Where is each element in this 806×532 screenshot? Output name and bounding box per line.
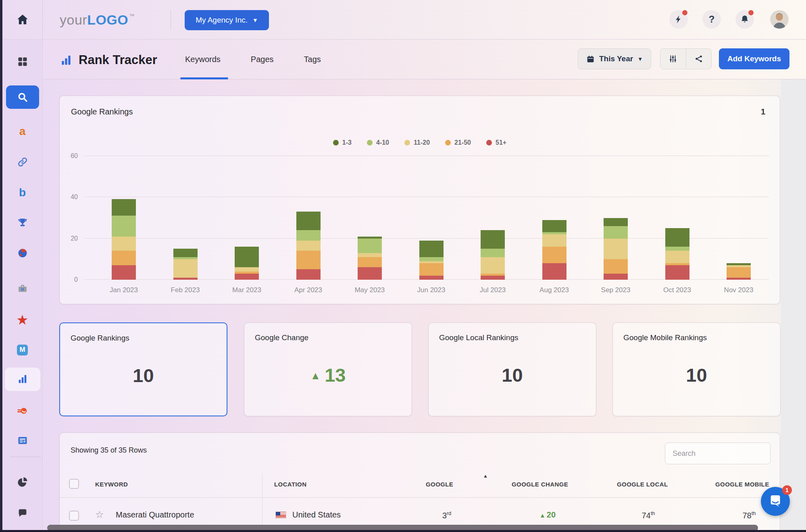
- user-avatar[interactable]: [770, 10, 789, 29]
- bar-segment-21-50: [665, 263, 689, 265]
- filter-settings-button[interactable]: [660, 49, 686, 69]
- active-tab-indicator: [180, 77, 228, 79]
- tab-keywords[interactable]: Keywords: [183, 55, 222, 64]
- bar-may-2023[interactable]: May 2023: [358, 156, 382, 280]
- legend-label: 1-3: [342, 139, 352, 146]
- sidebar-item-toolbox[interactable]: [14, 280, 31, 297]
- stat-card-title: Google Local Rankings: [439, 333, 518, 342]
- search-input[interactable]: [665, 443, 771, 464]
- column-header-keyword[interactable]: KEYWORD: [95, 481, 128, 488]
- home-button[interactable]: [2, 0, 43, 39]
- x-axis-label: Jun 2023: [417, 286, 446, 294]
- stat-card-google-local-rankings[interactable]: Google Local Rankings 10: [428, 322, 596, 416]
- sidebar-item-rank-tracker[interactable]: [5, 368, 40, 391]
- bar-segment-1-3: [727, 263, 751, 265]
- sidebar-item-semrush-tool[interactable]: [14, 402, 31, 420]
- row-checkbox[interactable]: [69, 511, 79, 521]
- bar-segment-1-3: [604, 218, 628, 226]
- sidebar-item-backlinks[interactable]: [14, 153, 31, 171]
- sidebar-item-dashboard[interactable]: [14, 53, 31, 71]
- bar-stack: [481, 230, 505, 280]
- bar-segment-51+: [358, 267, 382, 280]
- page-title: Rank Tracker: [79, 53, 157, 67]
- agency-dropdown[interactable]: My Agency Inc. ▼: [185, 10, 269, 30]
- notifications-button[interactable]: [735, 10, 754, 29]
- question-icon: ?: [709, 15, 715, 24]
- sidebar-item-web[interactable]: [14, 244, 31, 262]
- tab-tags[interactable]: Tags: [302, 55, 323, 64]
- column-header-google-local[interactable]: GOOGLE LOCAL: [617, 481, 668, 488]
- up-arrow-icon: ▲: [539, 512, 546, 519]
- bar-sep-2023[interactable]: Sep 2023: [604, 156, 628, 280]
- bars-row: Jan 2023Feb 2023Mar 2023Apr 2023May 2023…: [84, 156, 769, 280]
- sidebar-item-competitors[interactable]: [14, 214, 31, 232]
- legend-item-4-10[interactable]: 4-10: [367, 139, 389, 146]
- bar-jun-2023[interactable]: Jun 2023: [419, 156, 444, 280]
- bar-segment-51+: [727, 278, 751, 280]
- bar-nov-2023[interactable]: Nov 2023: [727, 156, 751, 280]
- sidebar-item-mail-tool[interactable]: M: [14, 341, 31, 359]
- column-header-location[interactable]: LOCATION: [274, 481, 306, 488]
- x-axis-label: May 2023: [355, 286, 385, 294]
- bar-segment-21-50: [358, 257, 382, 268]
- bar-aug-2023[interactable]: Aug 2023: [542, 156, 566, 280]
- legend-dot: [333, 140, 339, 145]
- table-row-count: Showing 35 of 35 Rows: [71, 446, 147, 455]
- notification-dot: [682, 10, 687, 15]
- app-logo: yourLOGO™: [60, 0, 135, 39]
- up-arrow-icon: ▲: [310, 370, 321, 382]
- bar-segment-11-20: [542, 234, 566, 247]
- sort-asc-icon[interactable]: ▲: [483, 473, 488, 479]
- stat-card-google-mobile-rankings[interactable]: Google Mobile Rankings 10: [612, 322, 781, 416]
- date-range-dropdown[interactable]: This Year ▼: [578, 48, 651, 69]
- sliders-icon: [669, 54, 677, 63]
- legend-item-51+[interactable]: 51+: [486, 139, 506, 146]
- column-header-google[interactable]: GOOGLE: [426, 481, 453, 488]
- google-local-cell: 74th: [616, 510, 681, 520]
- quick-actions-button[interactable]: [669, 10, 688, 29]
- sidebar-item-analytics[interactable]: [14, 473, 31, 491]
- bar-segment-21-50: [604, 259, 628, 274]
- add-keywords-button[interactable]: Add Keywords: [719, 48, 789, 69]
- bar-stack: [296, 212, 321, 280]
- stat-card-google-change[interactable]: Google Change ▲13: [244, 322, 412, 416]
- legend-item-21-50[interactable]: 21-50: [445, 139, 471, 146]
- bar-jul-2023[interactable]: Jul 2023: [481, 156, 505, 280]
- bar-segment-51+: [604, 274, 628, 280]
- stat-card-value: 10: [613, 364, 780, 386]
- bar-feb-2023[interactable]: Feb 2023: [173, 156, 198, 280]
- select-all-checkbox[interactable]: [69, 479, 79, 489]
- favorite-star-icon[interactable]: ☆: [95, 509, 104, 520]
- scroll-gutter: [781, 79, 806, 530]
- bar-apr-2023[interactable]: Apr 2023: [296, 156, 321, 280]
- tab-pages[interactable]: Pages: [249, 55, 275, 64]
- sidebar-item-messages[interactable]: [14, 505, 31, 522]
- bar-segment-11-20: [665, 251, 689, 263]
- sidebar-item-reports[interactable]: [14, 432, 31, 449]
- stat-card-title: Google Change: [255, 333, 308, 342]
- bar-stack: [604, 218, 628, 280]
- legend-item-11-20[interactable]: 11-20: [404, 139, 430, 146]
- column-header-google-change[interactable]: GOOGLE CHANGE: [512, 481, 568, 488]
- chat-widget-button[interactable]: 1: [761, 487, 790, 516]
- stat-card-google-rankings[interactable]: Google Rankings 10: [59, 322, 227, 416]
- legend-item-1-3[interactable]: 1-3: [333, 139, 352, 146]
- share-button[interactable]: [686, 49, 712, 69]
- sidebar-item-letter-a-tool[interactable]: a: [14, 123, 31, 140]
- bar-segment-11-20: [481, 257, 505, 274]
- bar-jan-2023[interactable]: Jan 2023: [112, 156, 136, 280]
- bar-segment-1-3: [665, 228, 689, 247]
- bar-segment-4-10: [173, 257, 198, 259]
- bar-mar-2023[interactable]: Mar 2023: [235, 156, 259, 280]
- y-axis-tick: 0: [74, 276, 78, 283]
- column-header-google-mobile[interactable]: GOOGLE MOBILE: [715, 481, 769, 488]
- sidebar-item-reviews[interactable]: ★: [14, 311, 31, 329]
- bar-segment-51+: [173, 278, 198, 280]
- bar-oct-2023[interactable]: Oct 2023: [665, 156, 689, 280]
- sidebar-item-bing[interactable]: b: [14, 184, 31, 202]
- sidebar-item-search[interactable]: [6, 85, 39, 109]
- agency-dropdown-label: My Agency Inc.: [196, 16, 248, 25]
- help-button[interactable]: ?: [702, 10, 721, 29]
- legend-label: 11-20: [414, 139, 430, 146]
- y-axis-tick: 60: [71, 152, 78, 160]
